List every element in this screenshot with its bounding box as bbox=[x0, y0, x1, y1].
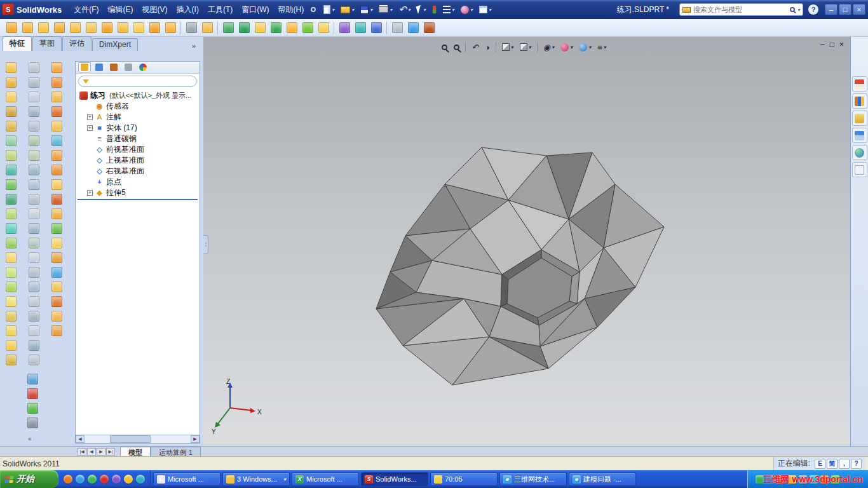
taskbar-task[interactable]: LMicrosoft ... bbox=[153, 472, 220, 486]
tree-item[interactable]: ◇右视基准面 bbox=[76, 166, 200, 177]
tray-icon[interactable] bbox=[810, 475, 818, 484]
tool-icon[interactable] bbox=[390, 20, 405, 36]
tool-icon[interactable] bbox=[49, 324, 64, 337]
tool-icon[interactable] bbox=[20, 20, 35, 36]
tool-icon[interactable] bbox=[3, 353, 18, 367]
tool-icon[interactable] bbox=[337, 20, 352, 36]
caret-down-icon[interactable]: ▾ bbox=[588, 44, 591, 50]
tool-icon[interactable] bbox=[3, 90, 18, 104]
tool-icon[interactable] bbox=[25, 416, 40, 430]
search-scope-folder-icon[interactable] bbox=[682, 7, 691, 13]
study-nav-button[interactable]: ▶| bbox=[106, 448, 115, 456]
design-library-button[interactable] bbox=[852, 93, 867, 109]
view-orientation-button[interactable]: ▾ bbox=[500, 40, 515, 54]
tab-草图[interactable]: 草图 bbox=[32, 36, 62, 51]
tab-运动算例 1[interactable]: 运动算例 1 bbox=[151, 447, 201, 456]
tool-icon[interactable] bbox=[300, 20, 315, 36]
tool-icon[interactable] bbox=[3, 207, 18, 220]
quick-launch-icon[interactable] bbox=[76, 475, 85, 484]
panel-splitter-grip[interactable]: ⁞ bbox=[203, 235, 208, 254]
tool-icon[interactable] bbox=[26, 178, 41, 191]
zoom-area-button[interactable] bbox=[452, 40, 461, 54]
tool-icon[interactable] bbox=[184, 20, 199, 36]
tool-icon[interactable] bbox=[49, 266, 64, 279]
tool-icon[interactable] bbox=[25, 387, 40, 400]
menu-item[interactable]: 视图(V) bbox=[138, 3, 172, 17]
close-button[interactable]: × bbox=[853, 4, 865, 15]
tool-icon[interactable] bbox=[421, 20, 437, 36]
tool-icon[interactable] bbox=[268, 20, 283, 36]
tool-icon[interactable] bbox=[405, 20, 421, 36]
tool-icon[interactable] bbox=[3, 193, 18, 206]
tool-icon[interactable] bbox=[3, 309, 18, 323]
view-palette-button[interactable] bbox=[852, 128, 867, 143]
tree-item[interactable]: +原点 bbox=[76, 177, 200, 187]
tree-root[interactable]: 练习 (默认<<默认>_外观 显示... bbox=[76, 90, 200, 101]
tool-icon[interactable] bbox=[49, 222, 64, 235]
search-box[interactable]: ▾ bbox=[679, 3, 803, 16]
tool-icon[interactable] bbox=[49, 236, 64, 250]
quick-launch-icon[interactable] bbox=[64, 475, 72, 484]
menu-item[interactable]: 工具(T) bbox=[203, 3, 237, 17]
view-settings-button[interactable]: ≡▾ bbox=[595, 40, 608, 54]
tool-icon[interactable] bbox=[220, 20, 236, 36]
tool-icon[interactable] bbox=[3, 280, 18, 294]
tool-icon[interactable] bbox=[3, 339, 18, 352]
menu-item[interactable]: 编辑(E) bbox=[104, 3, 138, 17]
start-button[interactable]: 开始 bbox=[0, 470, 58, 488]
taskbar-task[interactable]: e三维网技术... bbox=[499, 472, 567, 486]
tool-icon[interactable] bbox=[83, 20, 98, 36]
tray-icon[interactable] bbox=[799, 475, 807, 484]
tab-评估[interactable]: 评估 bbox=[62, 36, 92, 51]
scroll-right-arrow[interactable]: ▶ bbox=[191, 435, 200, 443]
tool-icon[interactable] bbox=[3, 251, 18, 264]
tool-icon[interactable] bbox=[49, 207, 64, 220]
menu-item[interactable]: 窗口(W) bbox=[237, 3, 273, 17]
caret-down-icon[interactable]: ▾ bbox=[797, 7, 800, 13]
tool-icon[interactable] bbox=[49, 309, 64, 323]
tray-icon[interactable] bbox=[820, 475, 829, 484]
tray-icon[interactable] bbox=[831, 475, 839, 484]
rollback-bar[interactable] bbox=[78, 199, 198, 200]
tool-icon[interactable] bbox=[99, 20, 114, 36]
caret-down-icon[interactable]: ▾ bbox=[511, 44, 513, 50]
tool-icon[interactable] bbox=[26, 193, 41, 206]
tool-icon[interactable] bbox=[3, 105, 18, 118]
study-nav-button[interactable]: ▶ bbox=[97, 448, 105, 456]
tool-icon[interactable] bbox=[26, 149, 41, 162]
tool-icon[interactable] bbox=[26, 105, 41, 118]
display-manager-tab[interactable] bbox=[137, 62, 149, 72]
language-bar-icon[interactable]: 简 bbox=[827, 459, 837, 469]
tool-icon[interactable] bbox=[49, 134, 64, 147]
tool-icon[interactable] bbox=[369, 20, 384, 36]
tree-item[interactable]: ◇前视基准面 bbox=[76, 144, 200, 155]
quick-launch-icon[interactable] bbox=[88, 475, 97, 484]
tool-icon[interactable] bbox=[26, 353, 41, 367]
study-nav-button[interactable]: ◀ bbox=[87, 448, 96, 456]
tool-icon[interactable] bbox=[3, 61, 18, 74]
menu-item[interactable]: 文件(F) bbox=[69, 3, 103, 17]
taskbar-task[interactable]: XMicrosoft ... bbox=[292, 472, 359, 486]
tool-icon[interactable] bbox=[26, 61, 41, 74]
tool-icon[interactable] bbox=[51, 20, 67, 36]
tool-icon[interactable] bbox=[36, 20, 51, 36]
scroll-left-arrow[interactable]: ◀ bbox=[76, 435, 85, 443]
tree-item[interactable]: ◇上视基准面 bbox=[76, 155, 200, 166]
apply-scene-button[interactable]: ▾ bbox=[577, 40, 593, 54]
file-explorer-button[interactable] bbox=[852, 111, 867, 126]
tree-item[interactable]: +■实体 (17) bbox=[76, 123, 200, 133]
tool-icon[interactable] bbox=[3, 163, 18, 177]
tool-icon[interactable] bbox=[3, 236, 18, 250]
caret-down-icon[interactable]: ▾ bbox=[552, 44, 554, 50]
language-bar-icon[interactable]: E bbox=[815, 459, 825, 469]
tool-icon[interactable] bbox=[25, 402, 40, 415]
expand-icon[interactable]: + bbox=[87, 125, 93, 131]
tray-icon[interactable] bbox=[766, 475, 775, 484]
study-nav-button[interactable]: |◀ bbox=[78, 448, 86, 456]
print-button[interactable]: ▾ bbox=[376, 3, 395, 17]
graphics-viewport[interactable]: ↶◑▾▾◉▾▾▾≡▾ –□× ⁞ Z X Y bbox=[203, 37, 850, 446]
tool-icon[interactable] bbox=[26, 324, 41, 337]
tool-icon[interactable] bbox=[115, 20, 130, 36]
tree-item[interactable]: +A注解 bbox=[76, 112, 200, 123]
scroll-thumb[interactable] bbox=[110, 435, 151, 443]
